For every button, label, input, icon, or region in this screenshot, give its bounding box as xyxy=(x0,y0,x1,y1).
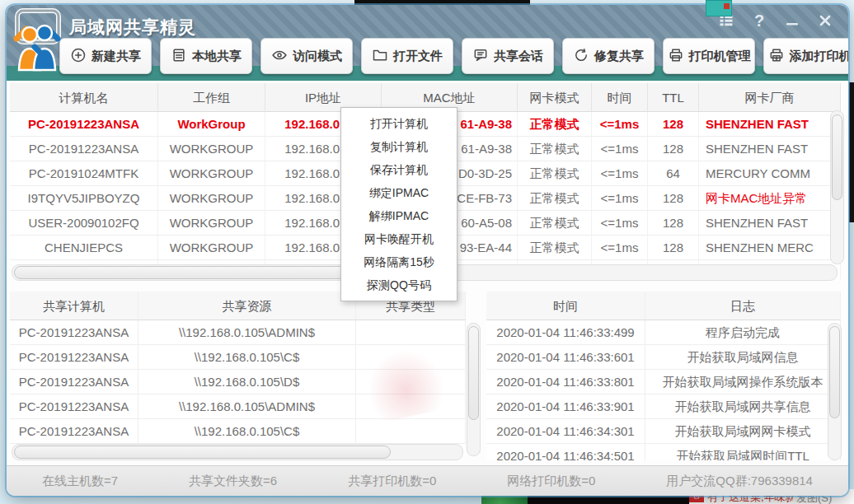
local-share-button[interactable]: 本地共享 xyxy=(160,38,252,74)
cell-message: 开始获取局域网时间TTL xyxy=(645,444,841,460)
cell-computer: I9TQYV5JIPBOYZQ xyxy=(10,186,158,211)
menu-item-copy-computer[interactable]: 复制计算机 xyxy=(341,135,457,158)
cell-time: <=1ms xyxy=(592,161,648,186)
share-row[interactable]: PC-20191223ANSA\\192.168.0.105\C$ xyxy=(10,419,466,444)
menu-item-open-computer[interactable]: 打开计算机 xyxy=(341,112,457,135)
network-printers-count: 网络打印机数=0 xyxy=(507,474,595,489)
cell-time: <=1ms xyxy=(592,236,648,260)
menu-item-bind-ipmac[interactable]: 绑定IPMAC xyxy=(341,181,457,204)
column-header[interactable]: 时间 xyxy=(486,292,645,320)
shares-table-vscrollbar[interactable] xyxy=(467,323,481,456)
share-row[interactable]: PC-20191223ANSA\\192.168.0.105\ADMIN$ xyxy=(10,320,466,345)
cell-time: 2020-01-04 11:46:33:801 xyxy=(486,370,645,394)
log-row[interactable]: 2020-01-04 11:46:33:601开始获取局域网信息 xyxy=(486,345,841,370)
menu-item-save-computer[interactable]: 保存计算机 xyxy=(341,158,457,181)
column-header[interactable]: 共享资源 xyxy=(138,292,356,320)
shares-table-hscrollbar[interactable] xyxy=(12,444,463,460)
open-file-button[interactable]: 打开文件 xyxy=(361,38,453,74)
cell-computer: PC-20191223ANSA xyxy=(10,112,158,137)
app-logo-icon xyxy=(10,7,64,77)
folder-icon xyxy=(372,47,388,66)
desktop-background: \!/ 有了这道菜,年味就浓了 发图(S) xyxy=(0,0,854,504)
cell-resource: \\192.168.0.105\ADMIN$ xyxy=(138,394,356,419)
menu-item-wake-on-lan[interactable]: 网卡唤醒开机 xyxy=(341,227,457,250)
column-header[interactable]: TTL xyxy=(648,83,699,112)
column-header[interactable]: 网卡厂商 xyxy=(699,83,841,112)
share-session-button-label: 共享会话 xyxy=(494,49,543,64)
close-icon[interactable] xyxy=(815,12,835,30)
cell-resource: \\192.168.0.105\ADMIN$ xyxy=(138,320,356,345)
cell-message: 开始获取局域网网卡模式 xyxy=(645,419,841,444)
minimize-icon[interactable] xyxy=(782,12,802,30)
log-table-vscrollbar[interactable] xyxy=(828,323,842,460)
cell-time: 2020-01-04 11:46:33:601 xyxy=(486,345,645,370)
cell-computer: PC-20191223ANSA xyxy=(10,394,138,419)
printer-icon xyxy=(668,47,684,66)
add-printer-button[interactable]: 添加打印机 xyxy=(763,38,848,74)
cell-message: 程序启动完成 xyxy=(645,320,841,345)
column-header[interactable]: 时间 xyxy=(592,83,648,112)
cell-computer: PC-20191223ANSA xyxy=(10,345,138,370)
cell-workgroup: WORKGROUP xyxy=(158,137,265,161)
menu-item-unbind-ipmac[interactable]: 解绑IPMAC xyxy=(341,204,457,227)
cell-ttl: 128 xyxy=(648,112,699,137)
share-session-button[interactable]: 共享会话 xyxy=(462,38,554,74)
cell-time: 2020-01-04 11:46:34:301 xyxy=(486,419,645,444)
local-share-button-label: 本地共享 xyxy=(192,49,242,64)
printer-manage-button[interactable]: 打印机管理 xyxy=(663,38,755,74)
column-header[interactable]: 共享计算机 xyxy=(10,292,138,320)
access-mode-button[interactable]: 访问模式 xyxy=(260,38,353,74)
cell-workgroup: WORKGROUP xyxy=(158,236,265,260)
cell-mode: 正常模式 xyxy=(518,112,592,137)
column-header[interactable]: 日志 xyxy=(645,292,841,320)
help-icon[interactable]: ? xyxy=(749,12,769,30)
column-header[interactable]: 工作组 xyxy=(158,83,265,112)
cell-mode: 正常模式 xyxy=(518,186,592,211)
cell-resource: \\192.168.0.105\C$ xyxy=(138,419,356,444)
add-printer-button-label: 添加打印机 xyxy=(790,49,849,64)
printer-manage-button-label: 打印机管理 xyxy=(689,49,751,64)
eye-icon xyxy=(271,47,288,66)
hosts-table-vscrollbar-thumb[interactable] xyxy=(832,114,842,200)
qq-group: 用户交流QQ群:796339814 xyxy=(666,474,813,489)
background-widget-fragment xyxy=(706,0,732,16)
cell-workgroup: WorkGroup xyxy=(158,112,265,137)
log-row[interactable]: 2020-01-04 11:46:34:301开始获取局域网网卡模式 xyxy=(486,419,841,444)
refresh-icon xyxy=(573,47,589,66)
log-row[interactable]: 2020-01-04 11:46:33:801开始获取局域网操作系统版本 xyxy=(486,370,841,394)
column-header[interactable]: 计算机名 xyxy=(10,83,158,112)
printer-plus-icon xyxy=(768,47,785,66)
cell-time: 2020-01-04 11:46:33:901 xyxy=(486,394,645,419)
cell-time: <=1ms xyxy=(592,137,648,161)
repair-share-button[interactable]: 修复共享 xyxy=(562,38,655,74)
chat-icon xyxy=(472,47,489,66)
cell-time: 2020-01-04 11:46:34:501 xyxy=(486,444,645,460)
shares-table-hscrollbar-thumb[interactable] xyxy=(14,446,391,459)
menu-item-detect-qq-number[interactable]: 探测QQ号码 xyxy=(341,273,457,296)
cell-computer: PC-20191024MTFK xyxy=(10,161,158,186)
background-widget-dot xyxy=(724,3,730,9)
cell-message: 开始获取局域网共享信息 xyxy=(645,394,841,419)
log-row[interactable]: 2020-01-04 11:46:33:901开始获取局域网共享信息 xyxy=(486,394,841,419)
cell-mode: 正常模式 xyxy=(518,236,592,260)
cell-type xyxy=(356,320,466,345)
log-table-vscrollbar-thumb[interactable] xyxy=(829,326,840,418)
cell-mode: 正常模式 xyxy=(518,137,592,161)
log-row[interactable]: 2020-01-04 11:46:34:501开始获取局域网时间TTL xyxy=(486,444,841,460)
open-file-button-label: 打开文件 xyxy=(393,49,443,64)
log-row[interactable]: 2020-01-04 11:46:33:499程序启动完成 xyxy=(486,320,841,345)
toolbar: 新建共享本地共享访问模式打开文件共享会话修复共享打印机管理添加打印机 xyxy=(59,38,848,74)
cell-vendor: SHENZHEN MERC xyxy=(699,236,841,260)
cell-vendor: MERCURY COMM xyxy=(699,161,841,186)
new-share-button[interactable]: 新建共享 xyxy=(59,38,152,74)
shares-table-vscrollbar-thumb[interactable] xyxy=(468,326,479,420)
shared-printers-count: 共享打印机数=0 xyxy=(348,474,436,489)
cell-computer: CHENJIEPCS xyxy=(10,236,158,260)
menu-item-network-isolate-15s[interactable]: 网络隔离15秒 xyxy=(341,250,457,273)
new-share-button-label: 新建共享 xyxy=(92,49,141,64)
cell-time: <=1ms xyxy=(592,112,648,137)
status-bar: 在线主机数=7共享文件夹数=6共享打印机数=0网络打印机数=0用户交流QQ群:7… xyxy=(7,465,848,496)
cell-vendor: SHENZHEN FAST xyxy=(699,211,841,236)
hosts-table-vscrollbar[interactable] xyxy=(830,110,844,264)
column-header[interactable]: 网卡模式 xyxy=(518,83,592,112)
